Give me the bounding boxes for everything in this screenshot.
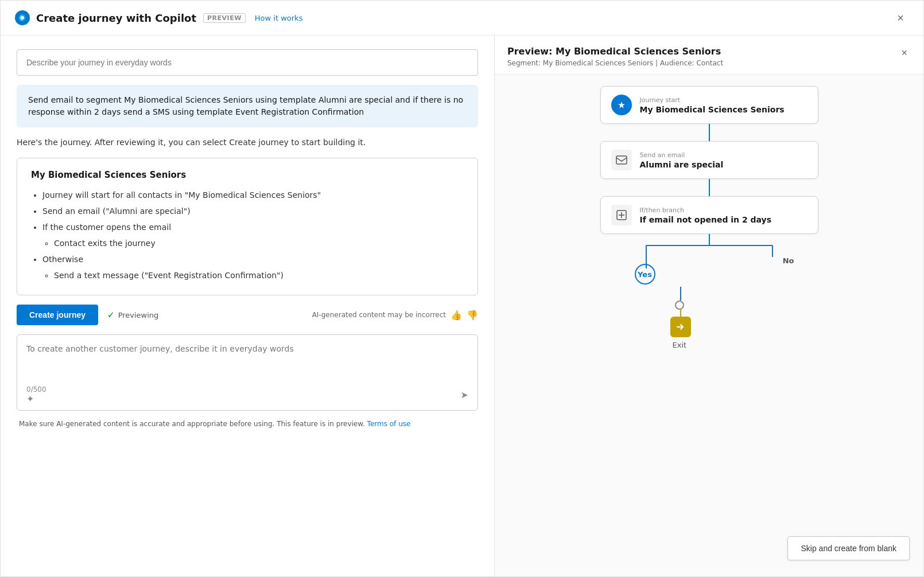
email-icon	[611, 150, 632, 170]
modal-body: Send email to segment My Biomedical Scie…	[1, 36, 923, 577]
list-sub-item: Contact exits the journey	[54, 235, 464, 251]
textarea-icons: ➤	[461, 389, 468, 400]
terms-of-use-link[interactable]: Terms of use	[367, 420, 411, 428]
new-journey-textarea[interactable]	[26, 344, 468, 379]
previewing-label: Previewing	[118, 311, 159, 319]
node-value-branch: If email not opened in 2 days	[640, 215, 772, 224]
preview-subtitle: Segment: My Biomedical Sciences Seniors …	[507, 59, 723, 67]
how-it-works-link[interactable]: How it works	[255, 14, 303, 22]
svg-rect-2	[616, 156, 627, 164]
journey-flow: Journey start My Biomedical Sciences Sen…	[495, 75, 923, 577]
action-bar: Create journey ✓ Previewing AI-generated…	[17, 305, 478, 325]
node-value-email: Alumni are special	[640, 160, 724, 169]
flow-node-email: Send an email Alumni are special	[600, 141, 818, 179]
yes-label: Yes	[635, 264, 655, 284]
svg-point-1	[21, 16, 24, 20]
ai-disclaimer: AI-generated content may be incorrect 👍 …	[312, 310, 478, 321]
footer-disclaimer: Make sure AI-generated content is accura…	[17, 420, 478, 428]
connector-1	[709, 124, 710, 141]
journey-card: My Biomedical Sciences Seniors Journey w…	[17, 158, 478, 295]
list-item: Otherwise Send a text message ("Event Re…	[42, 251, 464, 283]
no-label: No	[783, 256, 794, 265]
sparkle-icon: ✦	[26, 393, 34, 404]
preview-badge: PREVIEW	[203, 13, 246, 23]
check-icon: ✓	[107, 310, 115, 320]
journey-card-list: Journey will start for all contacts in "…	[31, 187, 464, 283]
char-count: 0/500	[26, 385, 46, 393]
info-text: Send email to segment My Biomedical Scie…	[28, 95, 463, 116]
modal-overlay: Create journey with Copilot PREVIEW How …	[0, 0, 924, 577]
thumbs-up-icon[interactable]: 👍	[451, 310, 462, 321]
preview-close-button[interactable]: ×	[898, 46, 911, 60]
branch-icon	[611, 205, 632, 225]
list-item: If the customer opens the email Contact …	[42, 219, 464, 251]
journey-card-title: My Biomedical Sciences Seniors	[31, 170, 464, 180]
left-panel: Send email to segment My Biomedical Scie…	[1, 36, 494, 577]
copilot-logo	[14, 10, 30, 26]
skip-button-container: Skip and create from blank	[787, 536, 910, 560]
flow-node-start: Journey start My Biomedical Sciences Sen…	[600, 86, 818, 124]
branch-section: Yes No	[512, 234, 906, 349]
close-button[interactable]: ×	[891, 9, 910, 27]
preview-title: Preview: My Biomedical Sciences Seniors	[507, 46, 723, 57]
right-panel: Preview: My Biomedical Sciences Seniors …	[494, 36, 923, 577]
textarea-footer: 0/500 ✦ ➤	[26, 385, 468, 404]
connector-2	[709, 179, 710, 196]
exit-icon	[670, 317, 691, 337]
describe-input[interactable]	[17, 49, 478, 76]
exit-label: Exit	[673, 341, 687, 349]
node-label-branch: If/then branch	[640, 206, 772, 214]
info-box: Send email to segment My Biomedical Scie…	[17, 85, 478, 127]
preview-header-text: Preview: My Biomedical Sciences Seniors …	[507, 46, 723, 67]
list-item: Journey will start for all contacts in "…	[42, 187, 464, 203]
node-label-start: Journey start	[640, 96, 785, 104]
start-icon	[611, 95, 632, 115]
create-journey-button[interactable]: Create journey	[17, 305, 98, 325]
exit-circle	[675, 301, 684, 310]
modal-header: Create journey with Copilot PREVIEW How …	[1, 1, 923, 36]
new-journey-box: 0/500 ✦ ➤	[17, 334, 478, 411]
previewing-status: ✓ Previewing	[107, 310, 158, 320]
header-title: Create journey with Copilot	[36, 12, 196, 24]
flow-node-branch: If/then branch If email not opened in 2 …	[600, 196, 818, 234]
skip-and-create-button[interactable]: Skip and create from blank	[787, 536, 910, 560]
textarea-bottom-left: 0/500 ✦	[26, 385, 46, 404]
journey-intro: Here's the journey. After reviewing it, …	[17, 137, 478, 149]
send-icon[interactable]: ➤	[461, 389, 468, 400]
node-value-start: My Biomedical Sciences Seniors	[640, 105, 785, 114]
list-item: Send an email ("Alumni are special")	[42, 203, 464, 219]
list-sub-item: Send a text message ("Event Registration…	[54, 267, 464, 283]
preview-header: Preview: My Biomedical Sciences Seniors …	[495, 36, 923, 75]
node-label-email: Send an email	[640, 151, 724, 159]
thumbs-down-icon[interactable]: 👎	[467, 310, 478, 321]
